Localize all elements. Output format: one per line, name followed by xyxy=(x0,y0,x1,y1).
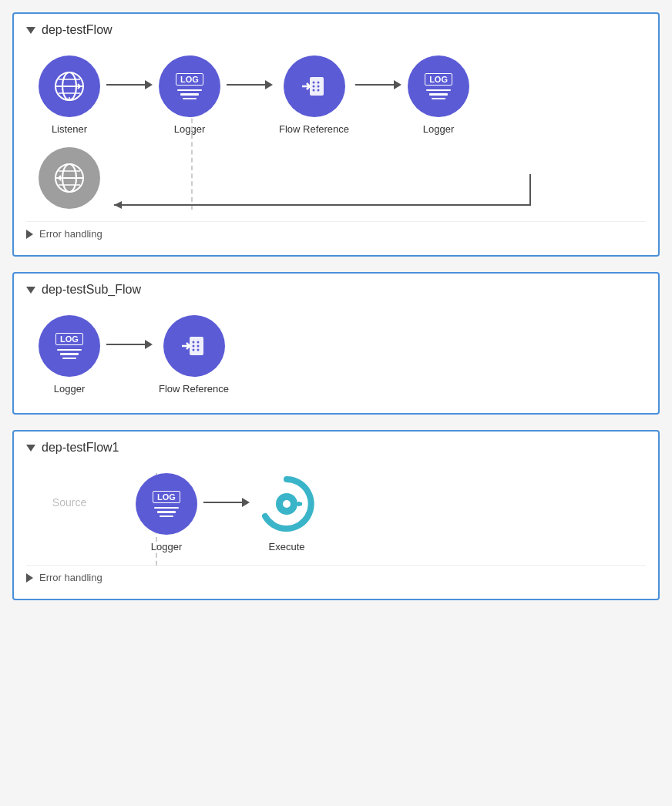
error-handling-label: Error handling xyxy=(39,228,102,240)
arrow-line xyxy=(355,84,394,86)
flow-canvas-dep-testflow: Listener LOG xyxy=(26,49,646,215)
arrow-line xyxy=(227,84,265,86)
flow-reference-node[interactable]: Flow Reference xyxy=(279,55,349,135)
svg-point-11 xyxy=(317,89,319,92)
error-handling-label-flow1: Error handling xyxy=(39,572,102,583)
flow1-node-row: Source LOG Logger xyxy=(39,473,633,552)
arrow-head xyxy=(265,80,273,89)
svg-point-9 xyxy=(317,86,319,88)
svg-point-19 xyxy=(192,341,194,344)
logger-icon-circle-2: LOG xyxy=(408,55,469,117)
error-handling-expand-icon-flow1 xyxy=(26,573,33,583)
flow-header-dep-testflow1: dep-testFlow1 xyxy=(26,441,646,455)
listener-gray-node[interactable] xyxy=(39,147,100,209)
logger-icon-1: LOG xyxy=(176,73,203,100)
arrow-head xyxy=(145,80,153,89)
sub-flow-reference-label: Flow Reference xyxy=(159,383,229,395)
flow-canvas-dep-testsubflow: LOG Logger xyxy=(26,309,646,401)
flow-reference-label: Flow Reference xyxy=(279,123,349,135)
sub-flow-reference-node[interactable]: Flow Reference xyxy=(159,315,229,395)
flow1-logger-icon: LOG xyxy=(153,491,180,518)
flow1-logger-node[interactable]: LOG Logger xyxy=(136,473,197,552)
flow-title: dep-testFlow xyxy=(42,23,113,37)
listener-gray-icon xyxy=(52,161,86,195)
svg-point-10 xyxy=(312,89,314,92)
svg-point-7 xyxy=(317,82,319,84)
listener-label: Listener xyxy=(52,123,87,135)
flow-dep-testsubflow: dep-testSub_Flow LOG Logger xyxy=(12,272,660,415)
flow-dep-testflow: dep-testFlow xyxy=(12,12,660,257)
collapse-icon-sub[interactable] xyxy=(26,287,35,294)
arrow-line xyxy=(106,84,145,86)
source-area: Source xyxy=(39,496,100,530)
flow1-arrow-1 xyxy=(203,498,250,529)
logger-label-2: Logger xyxy=(423,123,454,135)
logger-icon-circle-1: LOG xyxy=(159,55,220,117)
logger-icon-2: LOG xyxy=(425,73,452,100)
flow1-logger-circle: LOG xyxy=(136,473,197,535)
svg-point-26 xyxy=(283,500,291,508)
arrow-head xyxy=(394,80,402,89)
svg-point-23 xyxy=(192,349,194,351)
arrow-3 xyxy=(355,80,402,111)
svg-rect-5 xyxy=(310,77,324,96)
sub-flow-reference-icon xyxy=(176,327,213,364)
svg-rect-18 xyxy=(190,337,203,355)
collapse-icon[interactable] xyxy=(26,27,35,34)
flow-dep-testflow1: dep-testFlow1 Source LOG xyxy=(12,430,660,600)
arrow-2 xyxy=(227,80,273,111)
sub-flow-reference-circle xyxy=(163,315,225,377)
return-row xyxy=(39,147,633,209)
execute-circle xyxy=(256,473,318,535)
arrow-line xyxy=(203,502,242,503)
logger-node-2[interactable]: LOG Logger xyxy=(408,55,469,135)
sub-arrow-1 xyxy=(106,340,153,371)
flow-header-dep-testsubflow: dep-testSub_Flow xyxy=(26,283,646,297)
flow-title-sub: dep-testSub_Flow xyxy=(42,283,141,297)
listener-gray-circle xyxy=(39,147,100,209)
flow-title-flow1: dep-testFlow1 xyxy=(42,441,119,455)
execute-icon xyxy=(256,473,318,535)
execute-label: Execute xyxy=(269,541,305,552)
arrow-head xyxy=(242,498,250,507)
logger-node-1[interactable]: LOG Logger xyxy=(159,55,220,135)
svg-point-20 xyxy=(197,341,199,344)
sub-logger-node[interactable]: LOG Logger xyxy=(39,315,100,395)
flow-header-dep-testflow: dep-testFlow xyxy=(26,23,646,37)
svg-point-6 xyxy=(312,82,314,84)
svg-point-22 xyxy=(197,345,199,348)
arrow-1 xyxy=(106,80,153,111)
return-path xyxy=(106,147,633,209)
flow-reference-icon xyxy=(296,68,333,105)
listener-icon xyxy=(52,69,86,103)
main-node-row: Listener LOG xyxy=(39,55,633,135)
sub-logger-label: Logger xyxy=(54,383,85,395)
arrow-line xyxy=(106,344,145,345)
svg-point-21 xyxy=(192,345,194,348)
collapse-icon-flow1[interactable] xyxy=(26,445,35,452)
sub-node-row: LOG Logger xyxy=(39,315,633,395)
arrow-head xyxy=(145,340,153,349)
error-handling-dep-testflow1[interactable]: Error handling xyxy=(26,565,646,586)
svg-marker-17 xyxy=(114,201,122,209)
svg-point-24 xyxy=(197,349,199,351)
source-label: Source xyxy=(52,496,86,509)
logger-label-1: Logger xyxy=(174,123,205,135)
svg-point-8 xyxy=(312,86,314,88)
error-handling-expand-icon xyxy=(26,230,33,239)
flow-reference-circle xyxy=(284,55,345,117)
sub-logger-circle: LOG xyxy=(39,315,100,377)
listener-node[interactable]: Listener xyxy=(39,55,100,135)
flow-canvas-dep-testflow1: Source LOG Logger xyxy=(26,467,646,559)
sub-logger-icon: LOG xyxy=(55,333,83,360)
return-path-svg xyxy=(106,170,546,232)
listener-icon-circle xyxy=(39,55,100,117)
execute-node[interactable]: Execute xyxy=(256,473,318,552)
